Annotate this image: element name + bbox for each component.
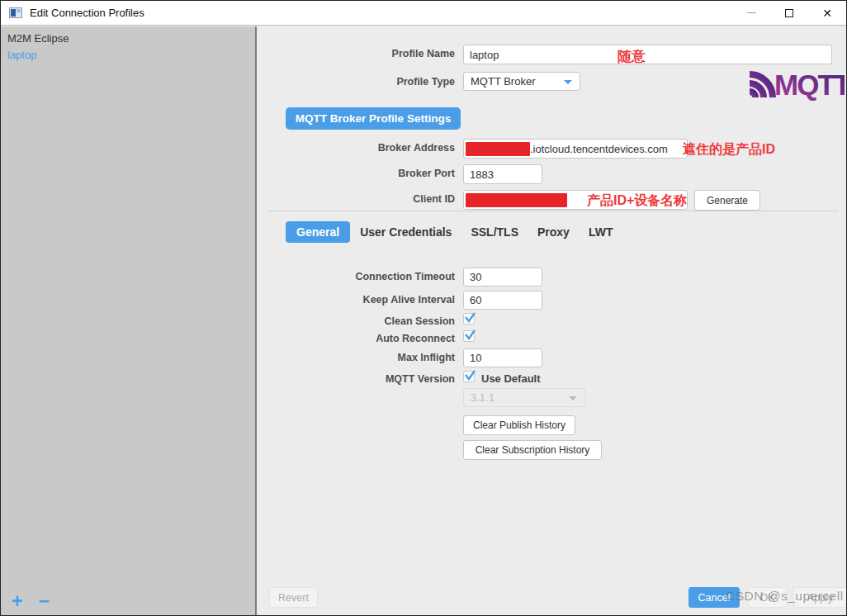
check-icon	[464, 369, 476, 381]
profile-type-select[interactable]: MQTT Broker	[463, 72, 580, 91]
sidebar-item-m2m-eclipse[interactable]: M2M Eclipse	[1, 26, 255, 46]
edit-connection-profiles-dialog: Edit Connection Profiles ✕ M2M Eclipse l…	[0, 0, 847, 616]
auto-reconnect-checkbox[interactable]	[463, 330, 475, 342]
profile-name-annotation: 随意	[618, 47, 646, 66]
broker-address-visible-text: .iotcloud.tencentdevices.com	[530, 143, 668, 155]
profile-name-label: Profile Name	[258, 48, 455, 59]
check-icon	[464, 329, 476, 340]
remove-profile-button[interactable]: −	[38, 592, 49, 610]
revert-button[interactable]: Revert	[269, 587, 318, 608]
tab-lwt[interactable]: LWT	[589, 221, 613, 243]
mqtt-logo: MQTT .ORG	[747, 66, 845, 104]
clear-subscription-history-button[interactable]: Clear Subscription History	[463, 440, 602, 460]
max-inflight-input[interactable]	[463, 348, 542, 367]
sidebar-item-laptop[interactable]: laptop	[1, 46, 255, 64]
keep-alive-label: Keep Alive Interval	[258, 294, 455, 306]
use-default-label: Use Default	[481, 372, 541, 385]
tab-ssl-tls[interactable]: SSL/TLS	[471, 221, 518, 243]
maximize-icon	[785, 9, 793, 17]
svg-text:MQTT: MQTT	[774, 69, 845, 101]
broker-address-annotation: 遮住的是产品ID	[683, 141, 775, 159]
broker-address-label: Broker Address	[258, 142, 455, 154]
main-pane: Profile Name 随意 Profile Type MQTT Broker	[258, 26, 846, 615]
window-title: Edit Connection Profiles	[30, 7, 144, 19]
chevron-down-icon	[569, 396, 577, 400]
add-profile-button[interactable]: +	[12, 592, 22, 610]
check-icon	[464, 311, 476, 323]
use-default-checkbox[interactable]	[463, 371, 475, 382]
broker-settings-header: MQTT Broker Profile Settings	[286, 107, 461, 130]
mqtt-logo-icon: MQTT .ORG	[747, 66, 845, 101]
settings-tabs: General User Credentials SSL/TLS Proxy L…	[286, 221, 632, 243]
tab-proxy[interactable]: Proxy	[537, 221, 570, 243]
window-controls: ✕	[732, 1, 846, 25]
connection-timeout-label: Connection Timeout	[258, 271, 455, 282]
tab-general[interactable]: General	[286, 221, 350, 243]
redaction-box	[466, 142, 530, 156]
keep-alive-input[interactable]	[463, 291, 542, 310]
close-button[interactable]: ✕	[808, 1, 846, 25]
auto-reconnect-label: Auto Reconnect	[258, 333, 455, 344]
chevron-down-icon	[564, 80, 572, 84]
generate-button[interactable]: Generate	[694, 190, 760, 211]
profile-name-input[interactable]	[463, 45, 832, 64]
close-icon: ✕	[822, 7, 832, 19]
mqtt-version-label: MQTT Version	[258, 373, 455, 385]
minimize-icon	[747, 12, 756, 13]
watermark: CSDN @s_upercell	[726, 589, 844, 604]
titlebar: Edit Connection Profiles ✕	[1, 1, 846, 26]
profile-type-value: MQTT Broker	[471, 75, 536, 88]
profile-type-label: Profile Type	[258, 76, 455, 88]
client-id-label: Client ID	[258, 193, 455, 205]
mqtt-version-value: 3.1.1	[471, 391, 494, 404]
max-inflight-label: Max Inflight	[258, 352, 455, 363]
mqtt-version-select: 3.1.1	[463, 388, 585, 407]
tab-user-credentials[interactable]: User Credentials	[360, 221, 452, 243]
sidebar-actions: + −	[12, 592, 50, 610]
connection-timeout-input[interactable]	[463, 268, 542, 287]
broker-port-label: Broker Port	[258, 168, 455, 179]
client-id-annotation: 产品ID+设备名称	[587, 192, 687, 210]
minimize-button[interactable]	[732, 1, 770, 25]
clear-publish-history-button[interactable]: Clear Publish History	[463, 415, 575, 435]
clean-session-label: Clean Session	[258, 315, 455, 327]
svg-text:.ORG: .ORG	[842, 74, 845, 93]
app-icon	[9, 7, 22, 18]
separator-line	[268, 211, 838, 211]
profiles-sidebar: M2M Eclipse laptop + −	[1, 26, 257, 615]
broker-port-input[interactable]	[463, 164, 542, 184]
broker-address-input[interactable]: .iotcloud.tencentdevices.com	[463, 139, 688, 159]
clean-session-checkbox[interactable]	[463, 313, 475, 325]
maximize-button[interactable]	[770, 1, 808, 25]
redaction-box	[466, 193, 567, 207]
